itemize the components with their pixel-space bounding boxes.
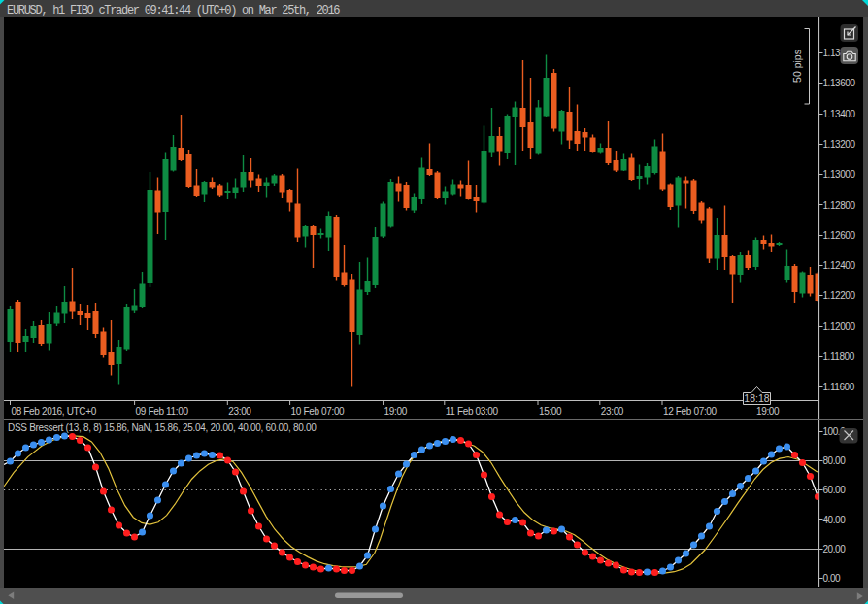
svg-text:40.00: 40.00 <box>823 515 847 525</box>
svg-text:19:00: 19:00 <box>384 406 408 417</box>
svg-text:1.12600: 1.12600 <box>823 230 856 241</box>
svg-text:80.00: 80.00 <box>823 455 847 466</box>
svg-text:1.12800: 1.12800 <box>823 200 856 211</box>
svg-text:19:00: 19:00 <box>756 406 780 417</box>
svg-text:DSS Bressert (13, 8, 8) 15.86,: DSS Bressert (13, 8, 8) 15.86, NaN, 15.8… <box>8 422 317 433</box>
svg-text:1.12000: 1.12000 <box>823 321 856 332</box>
svg-text:18:18: 18:18 <box>744 392 769 404</box>
svg-text:12 Feb 07:00: 12 Feb 07:00 <box>663 406 718 417</box>
svg-text:09 Feb 11:00: 09 Feb 11:00 <box>136 406 189 417</box>
svg-text:1.13200: 1.13200 <box>823 139 856 150</box>
svg-text:1.12400: 1.12400 <box>823 260 856 271</box>
svg-text:10 Feb 07:00: 10 Feb 07:00 <box>291 406 346 417</box>
svg-text:1.11600: 1.11600 <box>823 382 855 392</box>
svg-text:08 Feb 2016, UTC+0: 08 Feb 2016, UTC+0 <box>12 406 97 417</box>
svg-text:1.13600: 1.13600 <box>823 78 856 88</box>
svg-text:20.00: 20.00 <box>823 544 847 554</box>
svg-text:0.00: 0.00 <box>823 573 842 584</box>
svg-text:1.12200: 1.12200 <box>823 290 856 301</box>
svg-text:23:00: 23:00 <box>601 406 624 417</box>
svg-text:23:00: 23:00 <box>228 406 251 417</box>
svg-text:11 Feb 03:00: 11 Feb 03:00 <box>446 406 499 417</box>
svg-text:EURUSD, h1 FIBO cTrader 09:41:: EURUSD, h1 FIBO cTrader 09:41:44 (UTC+0)… <box>7 4 340 17</box>
svg-text:15:00: 15:00 <box>539 406 562 417</box>
svg-text:60.00: 60.00 <box>823 485 847 495</box>
svg-text:1.13400: 1.13400 <box>823 109 856 119</box>
svg-text:1.11800: 1.11800 <box>823 352 855 362</box>
svg-text:1.13000: 1.13000 <box>823 169 856 180</box>
svg-text:50 pips: 50 pips <box>791 50 803 83</box>
